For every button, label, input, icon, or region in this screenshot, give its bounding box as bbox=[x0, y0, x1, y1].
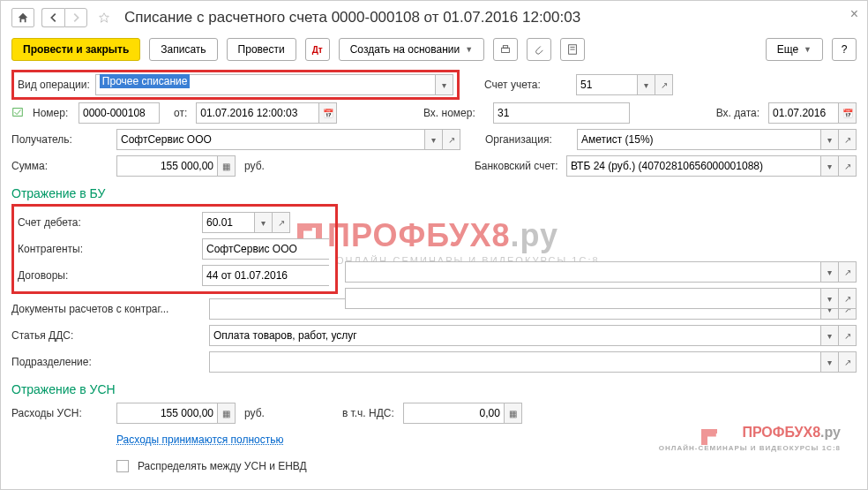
dogovory-input[interactable] bbox=[202, 265, 329, 286]
dropdown-button[interactable]: ▾ bbox=[821, 351, 839, 373]
dropdown-button[interactable]: ▾ bbox=[436, 74, 453, 95]
svg-rect-5 bbox=[13, 108, 23, 116]
vh-nomer-input[interactable] bbox=[493, 102, 630, 124]
favorite-button[interactable] bbox=[94, 8, 114, 27]
forward-button[interactable] bbox=[64, 8, 87, 27]
calc-button[interactable]: ▦ bbox=[218, 403, 236, 424]
dropdown-button[interactable]: ▾ bbox=[638, 74, 655, 95]
rashody-link[interactable]: Расходы принимаются полностью bbox=[116, 433, 284, 446]
dropdown-button[interactable]: ▾ bbox=[821, 155, 839, 177]
summa-input[interactable] bbox=[116, 155, 218, 177]
bu-section-title: Отражение в БУ bbox=[11, 179, 857, 204]
poluchatel-label: Получатель: bbox=[11, 133, 113, 146]
window-title: Списание с расчетного счета 0000-000108 … bbox=[124, 9, 580, 26]
close-button[interactable]: × bbox=[850, 6, 858, 22]
rashody-input[interactable] bbox=[116, 403, 218, 424]
dropdown-button[interactable]: ▾ bbox=[821, 288, 839, 309]
nomer-label: Номер: bbox=[33, 107, 75, 119]
dropdown-button[interactable]: ▾ bbox=[821, 261, 839, 283]
schet-ucheta-label: Счет учета: bbox=[484, 79, 572, 91]
report-button[interactable] bbox=[560, 38, 585, 61]
provesti-zakryt-button[interactable]: Провести и закрыть bbox=[11, 38, 140, 61]
kontragenty-label: Контрагенты: bbox=[18, 243, 198, 255]
calendar-button[interactable]: 📅 bbox=[839, 102, 857, 124]
bank-schet-label: Банковский счет: bbox=[475, 160, 563, 172]
ot-input[interactable] bbox=[196, 102, 319, 124]
vh-nomer-label: Вх. номер: bbox=[423, 107, 490, 119]
summa-cur: руб. bbox=[244, 160, 265, 172]
organizaciya-input[interactable] bbox=[577, 129, 821, 150]
chevron-down-icon: ▼ bbox=[465, 45, 473, 54]
dogovory-ext-input[interactable] bbox=[345, 288, 821, 309]
dropdown-button[interactable]: ▾ bbox=[821, 325, 839, 346]
open-button[interactable]: ↗ bbox=[655, 74, 673, 95]
dropdown-button[interactable]: ▾ bbox=[425, 129, 443, 150]
calendar-button[interactable]: 📅 bbox=[319, 102, 337, 124]
open-button[interactable]: ↗ bbox=[839, 129, 857, 150]
svg-rect-1 bbox=[503, 46, 507, 49]
vid-operacii-input[interactable]: Прочее списание bbox=[95, 74, 436, 95]
poluchatel-input[interactable] bbox=[116, 129, 425, 150]
svg-rect-0 bbox=[502, 48, 510, 52]
print-button[interactable] bbox=[493, 38, 518, 61]
back-button[interactable] bbox=[41, 8, 64, 27]
nds-input[interactable] bbox=[403, 403, 505, 424]
dokumenty-label: Документы расчетов с контраг... bbox=[11, 303, 206, 315]
usn-section-title: Отражение в УСН bbox=[11, 375, 857, 400]
vh-data-input[interactable] bbox=[768, 102, 839, 124]
eshche-button[interactable]: Еще▼ bbox=[766, 38, 823, 61]
nds-label: в т.ч. НДС: bbox=[342, 407, 394, 419]
open-button[interactable]: ↗ bbox=[443, 129, 460, 150]
dropdown-button[interactable]: ▾ bbox=[821, 129, 839, 150]
help-button[interactable]: ? bbox=[832, 38, 857, 61]
provesti-button[interactable]: Провести bbox=[227, 38, 296, 61]
kontragenty-input[interactable] bbox=[202, 238, 329, 260]
open-button[interactable]: ↗ bbox=[839, 351, 857, 373]
vid-operacii-label: Вид операции: bbox=[18, 79, 90, 91]
kontragenty-ext-input[interactable] bbox=[345, 261, 821, 283]
schet-debeta-label: Счет дебета: bbox=[18, 216, 198, 229]
calc-button[interactable]: ▦ bbox=[505, 403, 522, 424]
rashody-cur: руб. bbox=[244, 407, 265, 419]
podrazdelenie-input[interactable] bbox=[209, 351, 821, 373]
raspredelyat-label: Распределять между УСН и ЕНВД bbox=[138, 460, 307, 472]
zapisat-button[interactable]: Записать bbox=[149, 38, 217, 61]
attach-button[interactable] bbox=[527, 38, 551, 61]
chevron-down-icon: ▼ bbox=[804, 45, 812, 54]
open-button[interactable]: ↗ bbox=[839, 261, 857, 283]
summa-label: Сумма: bbox=[11, 160, 113, 172]
statya-dds-label: Статья ДДС: bbox=[11, 329, 206, 342]
bank-schet-input[interactable] bbox=[566, 155, 821, 177]
dogovory-label: Договоры: bbox=[18, 269, 198, 282]
open-button[interactable]: ↗ bbox=[839, 155, 857, 177]
vh-data-label: Вх. дата: bbox=[716, 107, 760, 119]
organizaciya-label: Организация: bbox=[485, 133, 573, 146]
schet-ucheta-input[interactable] bbox=[576, 74, 638, 95]
status-icon bbox=[11, 106, 29, 121]
dt-kt-button[interactable]: Дт bbox=[305, 38, 330, 61]
podrazdelenie-label: Подразделение: bbox=[11, 356, 206, 368]
rashody-label: Расходы УСН: bbox=[11, 407, 113, 419]
dropdown-button[interactable]: ▾ bbox=[255, 212, 273, 233]
nomer-input[interactable] bbox=[79, 102, 160, 124]
statya-dds-input[interactable] bbox=[209, 325, 821, 346]
schet-debeta-input[interactable] bbox=[202, 212, 255, 233]
sozdat-button[interactable]: Создать на основании▼ bbox=[339, 38, 484, 61]
open-button[interactable]: ↗ bbox=[839, 288, 857, 309]
raspredelyat-checkbox[interactable] bbox=[116, 460, 129, 472]
ot-label: от: bbox=[174, 107, 187, 119]
open-button[interactable]: ↗ bbox=[839, 325, 857, 346]
home-button[interactable] bbox=[11, 8, 34, 27]
open-button[interactable]: ↗ bbox=[273, 212, 290, 233]
calc-button[interactable]: ▦ bbox=[218, 155, 236, 177]
